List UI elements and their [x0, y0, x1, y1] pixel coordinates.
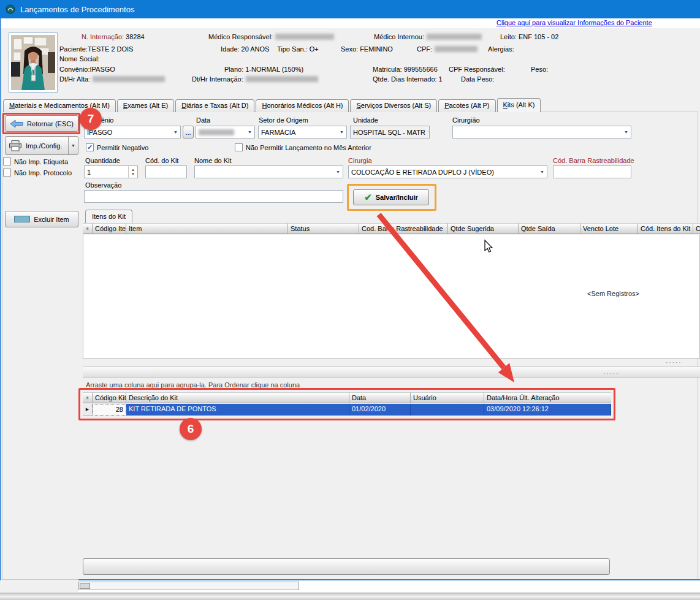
quantidade-stepper[interactable]: 1 ▲▼	[84, 165, 138, 178]
permitir-negativo-checkbox[interactable]: ✓ Permitir Negativo	[86, 143, 148, 151]
asterisk-icon[interactable]: ✳	[83, 223, 93, 234]
quantidade-label: Quantidade	[85, 157, 120, 164]
column-header-item[interactable]: Item	[126, 223, 288, 234]
tab-exames[interactable]: Exames (Alt E)	[117, 99, 174, 112]
data-peso-label: Data Peso:	[461, 75, 494, 83]
imp-config-button[interactable]: Imp./Config. ▼	[5, 136, 78, 155]
field-n-internacao: N. Internação:38284	[82, 33, 145, 40]
cpf-label: CPF:	[417, 45, 432, 53]
nao-imp-etiqueta-checkbox[interactable]: Não Imp. Etiqueta	[3, 158, 68, 165]
spinner-up-icon[interactable]: ▲	[131, 168, 135, 172]
spinner-down-icon[interactable]: ▼	[131, 172, 135, 177]
column-header-cod-barra[interactable]: Cod. Barra Rastreabilidade	[359, 223, 448, 234]
peso-label: Peso:	[531, 66, 548, 73]
grip-icon[interactable]: ·····	[603, 370, 620, 377]
form-cirurgiao-label: Cirurgião	[452, 116, 480, 124]
matricula-label: Matricula:	[373, 66, 402, 73]
kits-grid-selected-row[interactable]: ▶ 28 KIT RETIRADA DE PONTOS 01/02/2020 0…	[83, 404, 611, 416]
column-header-cod-itens[interactable]: Cód. Itens do Kit	[638, 223, 693, 234]
green-check-icon: ✔	[364, 192, 372, 203]
imp-config-label: Imp./Config.	[26, 142, 62, 150]
redacted-medico-internou	[427, 34, 482, 40]
column-header-alteracao[interactable]: Data/Hora Últ. Alteração	[484, 392, 611, 403]
column-header-truncated[interactable]: C	[693, 223, 700, 234]
dropdown-icon: ▼	[333, 170, 343, 174]
kits-grid-header: ✳ Código Kits Descrição do Kit Data Usuá…	[83, 392, 611, 403]
patient-info-link[interactable]: Clique aqui para visualizar Informações …	[496, 19, 652, 26]
column-header-codigo-item[interactable]: Código Item	[93, 223, 126, 234]
cod-kit-label: Cód. do Kit	[145, 157, 178, 164]
unidade-select[interactable]: HOSPITAL SQL - MATR ▼	[350, 126, 430, 139]
observacao-label: Observação	[85, 181, 121, 189]
dropdown-icon[interactable]: ▼	[68, 137, 78, 154]
cell-usuario[interactable]	[411, 404, 484, 416]
excluir-item-button[interactable]: Excluir Item	[5, 211, 78, 227]
nao-imp-protocolo-checkbox[interactable]: Não Imp. Protocolo	[3, 169, 72, 177]
redacted-data	[199, 129, 234, 135]
permitir-negativo-label: Permitir Negativo	[97, 144, 148, 151]
column-header-qtde-saida[interactable]: Qtde Saída	[519, 223, 580, 234]
tab-materiais-medicamentos[interactable]: Materiais e Medicamentos (Alt M)	[3, 99, 116, 112]
checkbox-icon	[3, 169, 11, 177]
dropdown-icon: ▼	[337, 130, 346, 134]
tab-servicos-diversos[interactable]: Serviços Diversos (Alt S)	[350, 99, 437, 112]
asterisk-icon[interactable]: ✳	[83, 392, 93, 403]
tab-kits[interactable]: Kits (Alt K)	[497, 98, 541, 112]
redacted-dthr-alta	[93, 76, 165, 82]
retornar-button[interactable]: Retornar (ESC)	[5, 115, 78, 132]
field-idade: Idade:20 ANOS	[221, 45, 269, 53]
qtde-dias-value: 1	[439, 75, 443, 83]
plano-label: Plano:	[224, 66, 243, 73]
qtde-dias-label: Qtde. Dias Internado:	[373, 75, 437, 83]
column-header-status[interactable]: Status	[288, 223, 359, 234]
tipo-san-label: Tipo San.:	[277, 45, 308, 53]
n-internacao-label: N. Internação:	[82, 33, 124, 40]
window-title: Lançamentos de Procedimentos	[20, 5, 134, 14]
idade-value: 20 ANOS	[242, 45, 270, 53]
cod-kit-input[interactable]	[145, 165, 187, 178]
tab-diarias-taxas[interactable]: Diárias e Taxas (Alt D)	[175, 99, 254, 112]
paciente-value: TESTE 2 DOIS	[88, 45, 134, 53]
column-header-qtde-sugerida[interactable]: Qtde Sugerida	[448, 223, 519, 234]
salvar-incluir-button[interactable]: ✔ Salvar/Incluir	[353, 189, 429, 205]
cirurgia-select[interactable]: COLOCAÇÃO E RETIRADA DUPLO J (VÍDEO) ▼	[348, 165, 547, 178]
column-header-vencto-lote[interactable]: Vencto Lote	[580, 223, 638, 234]
app-icon	[6, 4, 15, 14]
convenio-value: IPASGO	[90, 66, 115, 73]
column-header-usuario[interactable]: Usuário	[411, 392, 484, 403]
n-internacao-value: 38284	[126, 33, 145, 40]
nome-kit-select[interactable]: ▼	[194, 165, 343, 178]
cell-descricao[interactable]: KIT RETIRADA DE PONTOS	[126, 404, 349, 416]
scrollbar-thumb[interactable]	[80, 583, 90, 589]
field-sexo: Sexo:FEMININO	[341, 45, 393, 53]
sexo-value: FEMININO	[360, 45, 393, 53]
form-data-label: Data	[196, 116, 210, 124]
tab-honorarios-medicos[interactable]: Honorários Médicos (Alt H)	[256, 99, 349, 112]
spinner[interactable]: ▲▼	[128, 166, 137, 178]
horizontal-scrollbar[interactable]	[78, 582, 299, 590]
column-header-data[interactable]: Data	[349, 392, 411, 403]
cell-alteracao[interactable]: 03/09/2020 12:26:12	[484, 404, 611, 416]
nao-permitir-checkbox[interactable]: Não Permitir Lançamento no Mês Anterior	[235, 143, 371, 151]
field-alergias: Alergias:	[488, 45, 514, 53]
setor-origem-select[interactable]: FARMÁCIA ▼	[258, 126, 347, 139]
column-header-codigo-kits[interactable]: Código Kits	[93, 392, 126, 403]
observacao-input[interactable]	[84, 190, 343, 203]
tab-itens-do-kit[interactable]: Itens do Kit	[85, 210, 132, 223]
cirurgiao-select[interactable]: ▼	[452, 126, 631, 139]
tab-pacotes[interactable]: Pacotes (Alt P)	[438, 99, 495, 112]
browse-label: ...	[185, 129, 191, 136]
bottom-panel-button[interactable]	[83, 558, 610, 575]
form-setor-label: Setor de Origem	[259, 116, 308, 124]
cell-data[interactable]: 01/02/2020	[349, 404, 411, 416]
column-header-descricao[interactable]: Descrição do Kit	[126, 392, 349, 403]
convenio-browse-button[interactable]: ...	[183, 126, 194, 139]
grip-icon[interactable]: ·····	[666, 359, 682, 366]
data-select[interactable]: ▼	[196, 126, 255, 139]
field-tipo-san: Tipo San.:O+	[277, 45, 319, 53]
tab-label: acotes (Alt P)	[449, 102, 489, 109]
convenio-select[interactable]: IPASGO ▼	[84, 126, 181, 139]
cell-codigo[interactable]: 28	[93, 404, 126, 416]
cod-barra-input[interactable]	[553, 165, 631, 178]
nome-kit-label: Nome do Kit	[194, 157, 232, 164]
